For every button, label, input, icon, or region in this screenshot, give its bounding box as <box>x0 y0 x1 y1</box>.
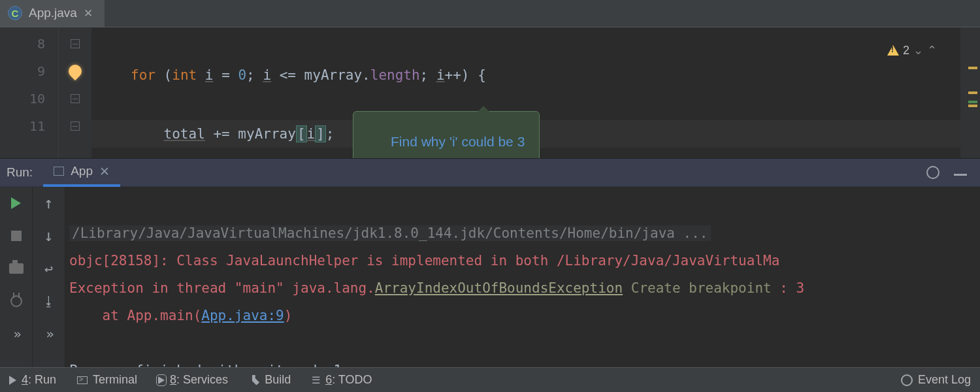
arrow-down-icon: ↓ <box>44 227 53 245</box>
scroll-to-end-button[interactable]: ⭳ <box>41 293 57 310</box>
chevron-up-icon[interactable]: ⌃ <box>927 43 937 57</box>
up-stack-button[interactable]: ↑ <box>41 195 57 212</box>
fold-icon[interactable] <box>71 39 80 48</box>
stripe-warning-mark[interactable] <box>968 91 977 94</box>
soft-wrap-button[interactable]: ↩ <box>41 260 57 277</box>
services-icon <box>158 376 165 384</box>
fold-icon[interactable] <box>71 122 80 131</box>
gear-icon[interactable] <box>926 166 939 179</box>
run-config-icon <box>54 167 64 176</box>
status-bar: 4: Run Terminal 8: Services Build ☰6: TO… <box>0 367 980 392</box>
exception-link[interactable]: ArrayIndexOutOfBoundsException <box>375 280 623 296</box>
console-line: Process finished with exit code 1 <box>69 363 342 367</box>
stop-button[interactable] <box>8 227 25 244</box>
status-terminal[interactable]: Terminal <box>77 373 137 387</box>
editor-tabbar: C App.java ✕ <box>0 0 980 27</box>
chevron-down-icon[interactable]: ⌄ <box>913 43 923 57</box>
more-icon: » <box>46 326 51 342</box>
build-icon <box>249 375 259 385</box>
run-toolwindow: » ↑ ↓ ↩ ⭳ » /Library/Java/JavaVirtualMac… <box>0 187 980 367</box>
status-run[interactable]: 4: Run <box>9 373 56 387</box>
close-icon[interactable]: ✕ <box>99 164 110 179</box>
bug-icon <box>10 295 22 307</box>
todo-icon: ☰ <box>312 374 320 386</box>
inspections-summary[interactable]: 2 ⌄ ⌃ <box>887 43 937 57</box>
line-number-gutter: 8 9 10 11 <box>0 27 59 158</box>
fold-icon[interactable] <box>71 94 80 103</box>
stop-icon <box>11 231 22 241</box>
console-line: Exception in thread "main" java.lang.Arr… <box>69 280 804 296</box>
tab-label: App.java <box>29 6 77 20</box>
run-toolbar-right: ↑ ↓ ↩ ⭳ » <box>33 187 65 367</box>
console-line: objc[28158]: Class JavaLaunchHelper is i… <box>69 253 779 269</box>
run-toolwindow-header: Run: App ✕ <box>0 158 980 187</box>
terminal-icon <box>77 376 88 384</box>
close-icon[interactable]: ✕ <box>84 7 93 20</box>
event-log-icon <box>901 374 913 386</box>
status-todo[interactable]: ☰6: TODO <box>312 373 372 387</box>
play-icon <box>11 197 21 209</box>
play-icon <box>9 376 16 385</box>
dump-threads-button[interactable] <box>8 260 25 277</box>
console-line: at App.main(App.java:9) <box>69 308 292 323</box>
minimize-icon[interactable] <box>954 174 967 179</box>
line-number: 9 <box>0 57 45 85</box>
stripe-warning-mark[interactable] <box>968 67 977 69</box>
more-button[interactable]: » <box>8 325 25 342</box>
rerun-button[interactable] <box>8 195 25 212</box>
run-config-tab[interactable]: App ✕ <box>43 158 120 187</box>
error-stripe[interactable] <box>960 27 980 158</box>
intention-popup[interactable]: Find why 'i' could be 3 <box>353 111 540 158</box>
run-toolbar-left: » <box>0 187 33 367</box>
line-number: 8 <box>0 30 45 57</box>
warning-icon <box>887 45 899 56</box>
scroll-end-icon: ⭳ <box>42 293 56 309</box>
stripe-warning-mark[interactable] <box>968 105 977 107</box>
tab-app-java[interactable]: C App.java ✕ <box>0 0 105 27</box>
wrap-icon: ↩ <box>44 261 53 277</box>
console-output[interactable]: /Library/Java/JavaVirtualMachines/jdk1.8… <box>65 187 980 367</box>
status-event-log[interactable]: Event Log <box>901 373 971 387</box>
more-button[interactable]: » <box>41 325 57 342</box>
class-icon: C <box>8 6 22 20</box>
intention-text: Find why 'i' could be 3 <box>391 134 525 149</box>
status-services[interactable]: 8: Services <box>158 373 228 387</box>
run-config-name: App <box>71 164 93 178</box>
intention-bulb-icon[interactable] <box>66 62 84 80</box>
create-breakpoint-link[interactable]: Create breakpoint <box>631 280 772 296</box>
code-line: for (int i = 0; i <= myArray.length; i++… <box>91 61 960 89</box>
run-label: Run: <box>0 165 43 180</box>
line-number: 11 <box>0 112 45 140</box>
stripe-ok-mark[interactable] <box>968 101 977 103</box>
status-build[interactable]: Build <box>249 373 291 387</box>
camera-icon <box>9 263 24 274</box>
line-number: 10 <box>0 85 45 112</box>
arrow-up-icon: ↑ <box>44 194 53 212</box>
down-stack-button[interactable]: ↓ <box>41 227 57 244</box>
stack-frame-link[interactable]: App.java:9 <box>201 308 284 323</box>
code-area[interactable]: for (int i = 0; i <= myArray.length; i++… <box>91 27 960 158</box>
console-line: /Library/Java/JavaVirtualMachines/jdk1.8… <box>69 225 711 241</box>
code-editor[interactable]: 8 9 10 11 for (int i = 0; i <= myArray.l… <box>0 27 980 158</box>
warning-count: 2 <box>903 44 909 57</box>
more-icon: » <box>13 326 18 342</box>
gutter-icons <box>59 27 91 158</box>
attach-debugger-button[interactable] <box>8 293 25 310</box>
